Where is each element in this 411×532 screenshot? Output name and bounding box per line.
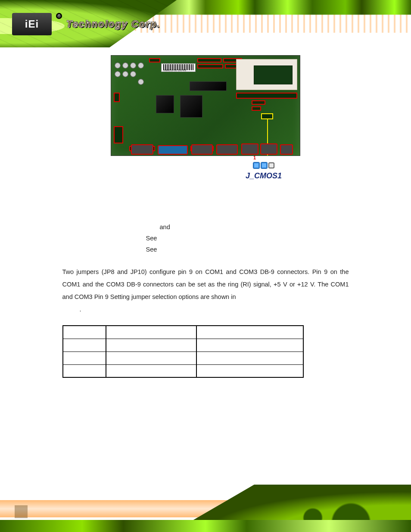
jumper-highlight-box — [261, 113, 273, 119]
table-row — [63, 364, 303, 377]
page-content: 00EE218-00-100-RS — [0, 55, 411, 378]
page-footer-banner — [0, 485, 411, 532]
body-text: Two jumpers (JP8 and JP10) configure pin… — [62, 268, 349, 300]
page-number-box — [15, 505, 28, 518]
pin-1-label: 1 — [253, 155, 256, 160]
footer-green-strip — [0, 520, 411, 532]
jumper-diagram-icon: 1 — [252, 161, 275, 169]
page-header-banner: iEi ® Technology Corp. — [0, 0, 411, 47]
brand-name-text: Technology Corp. — [66, 19, 160, 30]
motherboard-photo: 00EE218-00-100-RS — [111, 55, 300, 156]
registered-symbol: ® — [56, 13, 62, 19]
brand-logo-icon: iEi — [12, 13, 52, 35]
spec-value-see: See — [146, 235, 157, 242]
jumper-callout: 1 J_CMOS1 — [227, 161, 300, 180]
table-row — [63, 352, 303, 364]
jumper-options-table — [62, 325, 304, 378]
spec-value-see: See — [146, 246, 157, 253]
spec-row: See — [62, 235, 349, 242]
brand-logo-text: iEi — [25, 18, 39, 30]
brand-logo-group: iEi ® Technology Corp. — [12, 13, 160, 35]
table-row — [63, 339, 303, 352]
body-text-tail: . — [80, 306, 81, 313]
expansion-slot — [236, 59, 297, 90]
document-page: iEi ® Technology Corp. 00EE2 — [0, 0, 411, 532]
barcode-text: 00EE218-00-100-RS — [163, 69, 186, 72]
jumper-name-label: J_CMOS1 — [227, 171, 300, 180]
spec-row: See — [62, 246, 349, 253]
body-paragraph: Two jumpers (JP8 and JP10) configure pin… — [62, 266, 349, 316]
spec-block: and See See Two jumpers (JP8 and JP10) c… — [62, 224, 349, 378]
barcode-sticker: 00EE218-00-100-RS — [161, 63, 196, 72]
spec-value-and: and — [160, 224, 170, 230]
table-row — [63, 326, 303, 339]
motherboard-figure: 00EE218-00-100-RS — [111, 55, 300, 180]
spec-row: and — [62, 224, 349, 230]
